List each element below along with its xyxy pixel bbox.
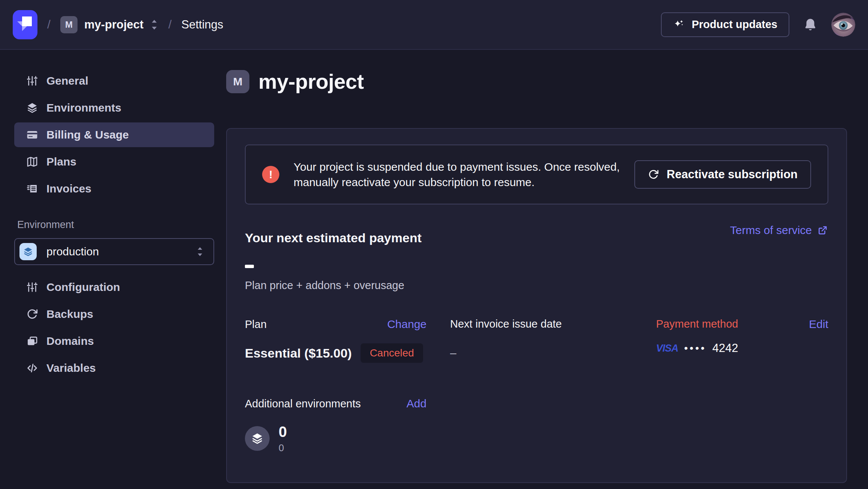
product-updates-button[interactable]: Product updates (661, 12, 789, 37)
product-updates-label: Product updates (692, 18, 777, 31)
environment-selected-value: production (46, 245, 186, 258)
project-initial-badge-large: M (226, 70, 249, 93)
sidebar-item-label: Backups (46, 308, 93, 321)
stack-icon (26, 335, 38, 347)
invoice-column: Next invoice issue date – (450, 318, 656, 363)
payment-formula: Plan price + addons + overusage (245, 279, 828, 292)
environment-chip (19, 243, 37, 260)
sidebar-project-group: General Environments Billing & Usage Pla… (14, 69, 214, 201)
sidebar-item-label: Plans (46, 155, 76, 168)
page-title: my-project (258, 69, 364, 94)
sidebar-item-label: Configuration (46, 281, 120, 294)
top-navbar: / M my-project / Settings Product update… (0, 0, 868, 50)
layers-icon (23, 246, 33, 257)
strapi-logo[interactable] (13, 10, 37, 39)
sidebar-item-invoices[interactable]: Invoices (14, 176, 214, 201)
additional-environments-section: Additional environments Add 0 0 (245, 397, 828, 453)
payment-method-label: Payment method (656, 318, 738, 330)
sliders-icon (26, 75, 38, 87)
sidebar-item-plans[interactable]: Plans (14, 149, 214, 174)
environments-count-row: 0 0 (245, 424, 828, 453)
reactivate-subscription-label: Reactivate subscription (667, 168, 798, 181)
plan-column: Plan Change Essential ($15.00) Canceled (245, 318, 450, 363)
sidebar-item-label: Variables (46, 362, 96, 374)
map-icon (26, 156, 38, 168)
chevron-updown-icon (196, 245, 204, 258)
sidebar-item-configuration[interactable]: Configuration (14, 275, 214, 300)
settings-sidebar: General Environments Billing & Usage Pla… (0, 50, 226, 489)
sidebar-item-label: Environments (46, 101, 121, 114)
additional-environments-label: Additional environments (245, 398, 361, 410)
notifications-bell-icon[interactable] (803, 17, 818, 32)
sidebar-item-environments[interactable]: Environments (14, 95, 214, 120)
visa-brand-mark: VISA (656, 343, 678, 354)
breadcrumb-project-name: my-project (84, 18, 143, 31)
change-plan-link[interactable]: Change (387, 318, 427, 331)
sidebar-item-general[interactable]: General (14, 69, 214, 93)
invoice-icon (26, 183, 38, 195)
breadcrumb-separator: / (47, 18, 51, 31)
refresh-icon (26, 308, 38, 320)
suspension-banner: ! Your project is suspended due to payme… (245, 145, 828, 204)
sidebar-item-variables[interactable]: Variables (14, 356, 214, 380)
refresh-icon (648, 169, 659, 180)
sidebar-item-label: Domains (46, 335, 94, 347)
alert-icon: ! (262, 166, 279, 183)
main-content: M my-project ! Your project is suspended… (226, 50, 868, 489)
reactivate-subscription-button[interactable]: Reactivate subscription (634, 160, 811, 189)
add-environment-link[interactable]: Add (407, 397, 427, 410)
sidebar-item-backups[interactable]: Backups (14, 302, 214, 326)
sidebar-item-billing-usage[interactable]: Billing & Usage (14, 122, 214, 147)
sparkle-icon (673, 19, 685, 31)
sidebar-item-label: Billing & Usage (46, 128, 129, 141)
code-icon (26, 362, 38, 374)
layers-icon (26, 102, 38, 114)
environments-subcount: 0 (279, 443, 287, 453)
project-initial-badge: M (60, 16, 78, 33)
card-icon (26, 129, 38, 141)
plan-status-badge: Canceled (361, 343, 423, 363)
card-last4: 4242 (712, 341, 738, 355)
environment-section-label: Environment (17, 219, 214, 231)
strapi-logo-icon (13, 10, 37, 39)
avatar-eye-image (831, 13, 855, 37)
next-payment-heading: Your next estimated payment (245, 231, 422, 245)
terms-of-service-link[interactable]: Terms of service (730, 224, 828, 237)
estimated-amount-placeholder: - (245, 265, 254, 268)
billing-card: ! Your project is suspended due to payme… (226, 128, 847, 483)
sliders-icon (26, 281, 38, 293)
breadcrumb-separator: / (168, 18, 172, 31)
environment-select[interactable]: production (14, 238, 214, 265)
sidebar-item-label: General (46, 75, 88, 87)
external-link-icon (817, 225, 828, 236)
payment-method-column: Payment method VISA •••• 4242 Edit (656, 318, 828, 363)
sidebar-item-domains[interactable]: Domains (14, 329, 214, 353)
environments-count-chip (245, 426, 270, 451)
edit-payment-method-link[interactable]: Edit (809, 318, 828, 331)
plan-name: Essential ($15.00) (245, 346, 352, 361)
page-header: M my-project (226, 69, 847, 94)
suspension-message: Your project is suspended due to payment… (294, 159, 620, 190)
sidebar-environment-group: Configuration Backups Domains Variables (14, 275, 214, 380)
user-avatar[interactable] (831, 13, 855, 37)
plan-label: Plan (245, 318, 267, 331)
breadcrumb-project-switcher[interactable]: M my-project (60, 16, 158, 33)
card-masked-dots: •••• (684, 342, 706, 354)
sidebar-item-label: Invoices (46, 182, 91, 195)
next-invoice-value: – (450, 347, 656, 359)
breadcrumb-settings[interactable]: Settings (181, 18, 223, 31)
environments-count: 0 (279, 424, 287, 439)
layers-icon (251, 432, 264, 445)
next-invoice-label: Next invoice issue date (450, 318, 562, 330)
terms-of-service-label: Terms of service (730, 224, 812, 237)
chevron-sort-icon (150, 18, 158, 31)
